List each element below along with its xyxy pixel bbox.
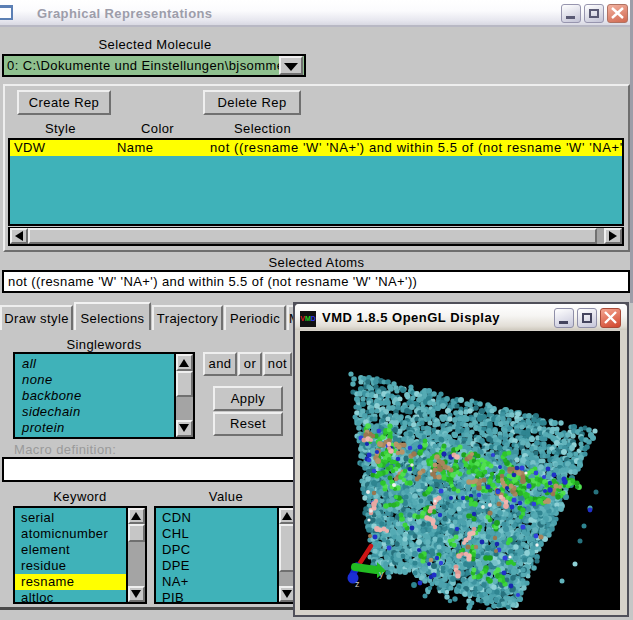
svg-text:z: z xyxy=(355,579,360,589)
svg-text:y: y xyxy=(379,569,384,579)
